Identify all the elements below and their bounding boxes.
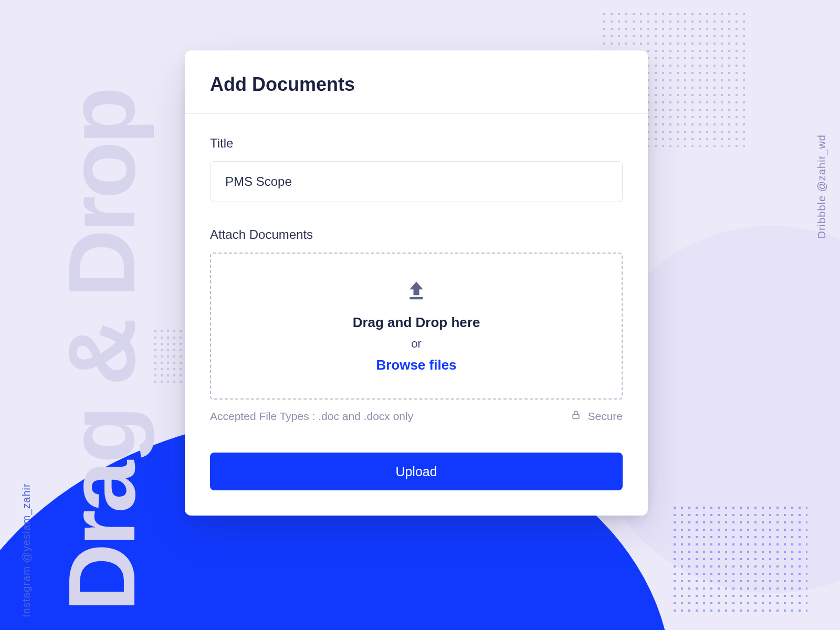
bg-big-text: Drag & Drop <box>47 90 156 612</box>
card-title: Add Documents <box>210 74 623 96</box>
card-header: Add Documents <box>185 50 648 114</box>
dot-grid-bottom-right <box>671 504 807 614</box>
secure-indicator: Secure <box>571 409 623 423</box>
credit-dribbble: Dribbble @zahir_wd <box>816 134 828 238</box>
browse-files-link[interactable]: Browse files <box>376 357 456 373</box>
svg-rect-0 <box>410 297 423 299</box>
lock-icon <box>571 409 581 423</box>
secure-label: Secure <box>587 410 623 423</box>
title-label: Title <box>210 136 623 151</box>
accepted-types-hint: Accepted File Types : .doc and .docx onl… <box>210 410 413 423</box>
card-body: Title Attach Documents Drag and Drop her… <box>185 114 648 516</box>
credit-instagram: Instagram @yeslam_zahir <box>20 483 33 617</box>
svg-rect-1 <box>573 414 580 418</box>
upload-icon <box>405 279 428 304</box>
dropzone-or-text: or <box>411 337 422 351</box>
attach-label: Attach Documents <box>210 227 623 242</box>
dropzone[interactable]: Drag and Drop here or Browse files <box>210 253 623 400</box>
upload-button[interactable]: Upload <box>210 453 623 490</box>
add-documents-card: Add Documents Title Attach Documents Dra… <box>185 50 648 516</box>
hint-row: Accepted File Types : .doc and .docx onl… <box>210 409 623 423</box>
title-input[interactable] <box>210 161 623 202</box>
dropzone-primary-text: Drag and Drop here <box>353 314 480 331</box>
